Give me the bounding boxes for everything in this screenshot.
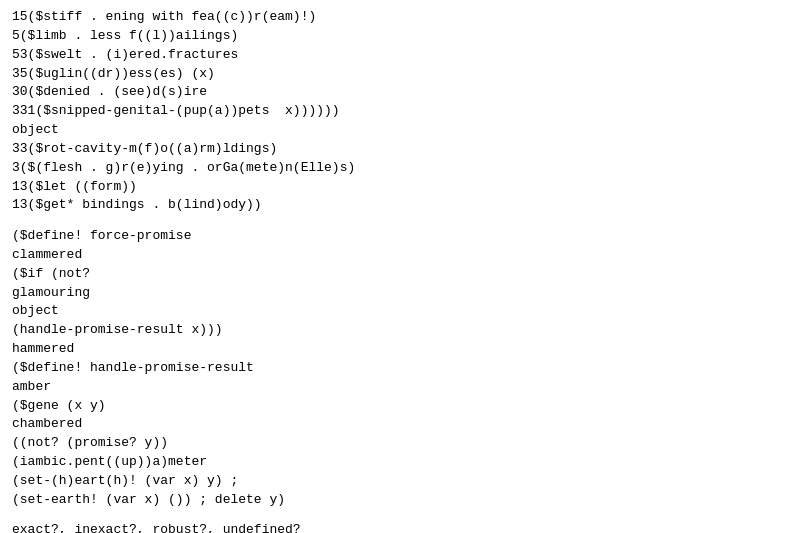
spacer1	[12, 215, 788, 227]
code-container: 15($stiff . ening with fea((c))r(eam)!) …	[12, 8, 788, 533]
block1: 15($stiff . ening with fea((c))r(eam)!) …	[12, 8, 788, 215]
spacer2	[12, 510, 788, 522]
block3: exact?, inexact?, robust?, undefined? ge…	[12, 521, 788, 533]
block2: ($define! force-promise clammered ($if (…	[12, 227, 788, 510]
